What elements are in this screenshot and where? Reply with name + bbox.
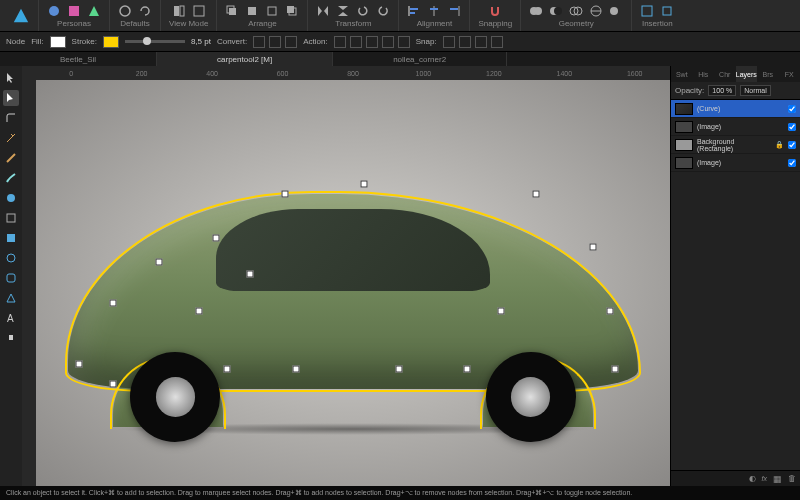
action-break-icon[interactable] xyxy=(334,36,346,48)
convert-smart-icon[interactable] xyxy=(285,36,297,48)
action-join-icon[interactable] xyxy=(382,36,394,48)
persona-designer-icon[interactable] xyxy=(47,4,61,18)
rotate-ccw-icon[interactable] xyxy=(356,4,370,18)
action-reverse-icon[interactable] xyxy=(398,36,410,48)
geo-subtract-icon[interactable] xyxy=(549,4,563,18)
curve-node[interactable] xyxy=(213,234,220,241)
align-right-icon[interactable] xyxy=(447,4,461,18)
geo-intersect-icon[interactable] xyxy=(569,4,583,18)
snap-align-icon[interactable] xyxy=(443,36,455,48)
layer-fx-icon[interactable]: fx xyxy=(762,475,767,482)
curve-node[interactable] xyxy=(361,180,368,187)
persona-pixel-icon[interactable] xyxy=(67,4,81,18)
snap-node-icon[interactable] xyxy=(459,36,471,48)
action-smooth-icon[interactable] xyxy=(366,36,378,48)
defaults-sync-icon[interactable] xyxy=(118,4,132,18)
stroke-width-slider[interactable] xyxy=(125,40,185,43)
panel-tab-brushes[interactable]: Brs xyxy=(757,66,779,82)
align-center-icon[interactable] xyxy=(427,4,441,18)
doc-tab-2[interactable]: nollea_corner2 xyxy=(333,52,507,66)
ellipse-tool-icon[interactable] xyxy=(3,250,19,266)
insert-behind-icon[interactable] xyxy=(660,4,674,18)
add-layer-icon[interactable]: ▦ xyxy=(773,474,782,484)
rounded-rect-tool-icon[interactable] xyxy=(3,270,19,286)
corner-tool-icon[interactable] xyxy=(3,110,19,126)
layer-row[interactable]: (Image) xyxy=(671,118,800,136)
artistic-text-tool-icon[interactable]: A xyxy=(3,310,19,326)
fill-tool-icon[interactable] xyxy=(3,190,19,206)
layer-visibility-checkbox[interactable] xyxy=(788,159,796,167)
fill-swatch[interactable] xyxy=(50,36,66,48)
viewmode-split-icon[interactable] xyxy=(172,4,186,18)
curve-node[interactable] xyxy=(395,366,402,373)
flip-v-icon[interactable] xyxy=(336,4,350,18)
curve-node[interactable] xyxy=(224,366,231,373)
geo-divide-icon[interactable] xyxy=(589,4,603,18)
layer-row[interactable]: (Image) xyxy=(671,154,800,172)
triangle-tool-icon[interactable] xyxy=(3,290,19,306)
curve-node[interactable] xyxy=(281,190,288,197)
delete-layer-icon[interactable]: 🗑 xyxy=(788,474,796,483)
geo-xor-icon[interactable] xyxy=(609,4,623,18)
mask-layer-icon[interactable]: ◐ xyxy=(749,474,756,483)
persona-export-icon[interactable] xyxy=(87,4,101,18)
snapping-icon[interactable] xyxy=(488,4,502,18)
layer-visibility-checkbox[interactable] xyxy=(788,105,796,113)
geo-add-icon[interactable] xyxy=(529,4,543,18)
panel-tab-history[interactable]: His xyxy=(693,66,715,82)
defaults-revert-icon[interactable] xyxy=(138,4,152,18)
pen-tool-icon[interactable] xyxy=(3,130,19,146)
convert-smooth-icon[interactable] xyxy=(269,36,281,48)
flip-h-icon[interactable] xyxy=(316,4,330,18)
doc-tab-1[interactable]: carpentool2 [M] xyxy=(157,52,333,66)
curve-node[interactable] xyxy=(110,380,117,387)
stroke-swatch[interactable] xyxy=(103,36,119,48)
layer-row[interactable]: (Curve) xyxy=(671,100,800,118)
curve-node[interactable] xyxy=(532,190,539,197)
arrange-front-icon[interactable] xyxy=(225,4,239,18)
opacity-field[interactable]: 100 % xyxy=(708,85,736,96)
align-left-icon[interactable] xyxy=(407,4,421,18)
doc-tab-0[interactable]: Beetle_Sil xyxy=(0,52,157,66)
curve-node[interactable] xyxy=(247,271,254,278)
crop-tool-icon[interactable] xyxy=(3,210,19,226)
opacity-label: Opacity: xyxy=(675,86,704,95)
lock-icon[interactable]: 🔒 xyxy=(775,141,784,149)
canvas[interactable] xyxy=(36,80,670,486)
curve-node[interactable] xyxy=(589,244,596,251)
layer-visibility-checkbox[interactable] xyxy=(788,123,796,131)
brush-tool-icon[interactable] xyxy=(3,170,19,186)
insert-inside-icon[interactable] xyxy=(640,4,654,18)
panel-tab-character[interactable]: Chr xyxy=(714,66,736,82)
arrange-forward-icon[interactable] xyxy=(245,4,259,18)
move-tool-icon[interactable] xyxy=(3,70,19,86)
panel-tab-layers[interactable]: Layers xyxy=(736,66,758,82)
layer-controls: Opacity: 100 % Normal xyxy=(671,82,800,100)
snap-geometry-icon[interactable] xyxy=(475,36,487,48)
curve-node[interactable] xyxy=(292,366,299,373)
curve-node[interactable] xyxy=(498,307,505,314)
blend-mode-select[interactable]: Normal xyxy=(740,85,771,96)
action-close-icon[interactable] xyxy=(350,36,362,48)
curve-node[interactable] xyxy=(195,307,202,314)
arrange-backward-icon[interactable] xyxy=(265,4,279,18)
panel-tab-fx[interactable]: FX xyxy=(779,66,801,82)
panel-tab-swatches[interactable]: Swt xyxy=(671,66,693,82)
curve-node[interactable] xyxy=(606,307,613,314)
layer-row[interactable]: Background (Rectangle) 🔒 xyxy=(671,136,800,154)
rotate-cw-icon[interactable] xyxy=(376,4,390,18)
pan-tool-icon[interactable] xyxy=(3,330,19,346)
arrange-back-icon[interactable] xyxy=(285,4,299,18)
snap-handle-icon[interactable] xyxy=(491,36,503,48)
viewmode-outline-icon[interactable] xyxy=(192,4,206,18)
node-tool-icon[interactable] xyxy=(3,90,19,106)
shape-tool-icon[interactable] xyxy=(3,230,19,246)
curve-node[interactable] xyxy=(464,366,471,373)
curve-node[interactable] xyxy=(612,366,619,373)
layer-visibility-checkbox[interactable] xyxy=(788,141,796,149)
curve-node[interactable] xyxy=(110,300,117,307)
curve-node[interactable] xyxy=(155,258,162,265)
pencil-tool-icon[interactable] xyxy=(3,150,19,166)
curve-node[interactable] xyxy=(76,361,83,368)
convert-sharp-icon[interactable] xyxy=(253,36,265,48)
